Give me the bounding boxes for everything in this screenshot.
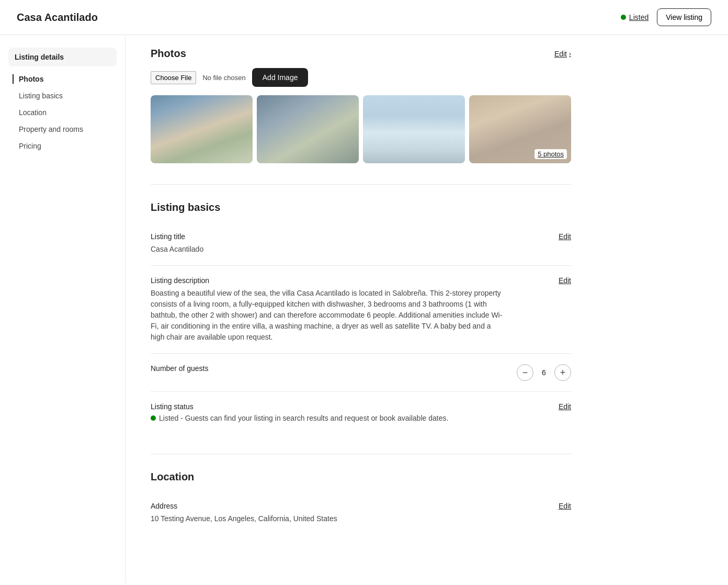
listing-description-value: Boasting a beautiful view of the sea, th… — [151, 288, 506, 343]
address-edit-link[interactable]: Edit — [559, 502, 571, 510]
location-section: Location Address 10 Testing Avenue, Los … — [151, 471, 571, 535]
listing-title-value: Casa Acantilado — [151, 244, 506, 255]
photos-section-header: Photos Edit › — [151, 48, 571, 60]
photos-section-title: Photos — [151, 48, 186, 60]
guests-content: Number of guests — [151, 364, 504, 376]
listing-description-content: Listing description Boasting a beautiful… — [151, 276, 546, 343]
address-value: 10 Testing Avenue, Los Angeles, Californ… — [151, 513, 506, 524]
listing-status-edit-link[interactable]: Edit — [559, 402, 571, 411]
photos-grid: 5 photos — [151, 95, 571, 163]
location-title: Location — [151, 471, 194, 483]
guests-stepper: − 6 + — [517, 364, 571, 381]
listed-label: Listed — [629, 13, 649, 21]
photo-overlay: 5 photos — [469, 145, 571, 163]
listing-description-row: Listing description Boasting a beautiful… — [151, 266, 571, 354]
main-layout: Listing details Photos Listing basics Lo… — [0, 35, 728, 583]
photo-4[interactable]: 5 photos — [469, 95, 571, 163]
sidebar-item-pricing[interactable]: Pricing — [8, 138, 117, 154]
page-title: Casa Acantilado — [17, 12, 98, 24]
listing-basics-header: Listing basics — [151, 201, 571, 213]
guests-increment-button[interactable]: + — [554, 364, 571, 381]
listing-description-edit-link[interactable]: Edit — [559, 276, 571, 285]
listing-description-edit: Edit — [559, 276, 571, 285]
listing-basics-section: Listing basics Listing title Casa Acanti… — [151, 201, 571, 433]
address-row: Address 10 Testing Avenue, Los Angeles, … — [151, 491, 571, 535]
guests-row: Number of guests − 6 + — [151, 354, 571, 392]
listing-status-text: Listed - Guests can find your listing in… — [159, 414, 448, 422]
photos-edit-link[interactable]: Edit › — [554, 50, 571, 58]
listing-status-label: Listing status — [151, 402, 546, 411]
listing-title-label: Listing title — [151, 232, 546, 241]
main-content: Photos Edit › Choose File No file chosen… — [126, 35, 596, 583]
photo-1[interactable] — [151, 95, 253, 163]
listing-status-value-row: Listed - Guests can find your listing in… — [151, 414, 546, 422]
photo-3[interactable] — [363, 95, 465, 163]
listing-title-edit-link[interactable]: Edit — [559, 232, 571, 241]
no-file-text: No file chosen — [202, 74, 245, 82]
listing-status-green-dot — [151, 415, 156, 421]
listing-description-label: Listing description — [151, 276, 546, 285]
guests-label: Number of guests — [151, 364, 504, 373]
photos-section: Photos Edit › Choose File No file chosen… — [151, 48, 571, 163]
listed-green-dot — [621, 15, 626, 20]
sidebar-item-listing-basics[interactable]: Listing basics — [8, 87, 117, 104]
sidebar-item-photos[interactable]: Photos — [8, 71, 117, 87]
chevron-right-icon: › — [569, 50, 571, 58]
photos-count-badge[interactable]: 5 photos — [534, 149, 567, 159]
listing-status-edit: Edit — [559, 402, 571, 411]
address-edit: Edit — [559, 502, 571, 510]
guests-value: 6 — [540, 368, 548, 377]
sidebar-item-property-rooms[interactable]: Property and rooms — [8, 121, 117, 138]
choose-file-button[interactable]: Choose File — [151, 71, 196, 84]
listing-status-row: Listing status Listed - Guests can find … — [151, 392, 571, 433]
listed-badge[interactable]: Listed — [621, 13, 649, 21]
sidebar-item-location[interactable]: Location — [8, 104, 117, 121]
listing-title-edit: Edit — [559, 232, 571, 241]
view-listing-button[interactable]: View listing — [657, 8, 711, 26]
add-image-button[interactable]: Add Image — [252, 68, 309, 87]
divider-1 — [151, 184, 571, 185]
guests-decrement-button[interactable]: − — [517, 364, 533, 381]
location-header: Location — [151, 471, 571, 483]
listing-title-content: Listing title Casa Acantilado — [151, 232, 546, 255]
address-label: Address — [151, 502, 546, 510]
listing-status-content: Listing status Listed - Guests can find … — [151, 402, 546, 422]
listing-title-row: Listing title Casa Acantilado Edit — [151, 222, 571, 266]
top-bar: Casa Acantilado Listed View listing — [0, 0, 728, 35]
sidebar-heading: Listing details — [8, 48, 117, 66]
file-upload-row: Choose File No file chosen Add Image — [151, 68, 571, 87]
top-bar-actions: Listed View listing — [621, 8, 711, 26]
divider-2 — [151, 454, 571, 454]
listing-basics-title: Listing basics — [151, 201, 220, 213]
address-content: Address 10 Testing Avenue, Los Angeles, … — [151, 502, 546, 524]
photo-2[interactable] — [257, 95, 359, 163]
sidebar: Listing details Photos Listing basics Lo… — [0, 35, 126, 583]
